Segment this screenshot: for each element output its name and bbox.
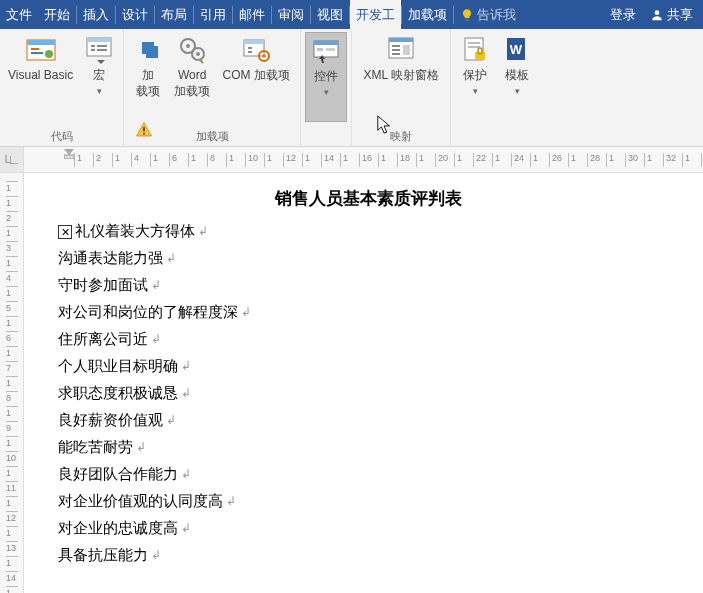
ruler-mark: 20 (435, 153, 448, 167)
svg-rect-34 (468, 46, 480, 48)
indent-marker-icon[interactable] (64, 149, 74, 159)
paragraph-mark-icon: ↲ (151, 548, 161, 563)
ruler-mark: 1 (302, 153, 310, 167)
ruler-mark: 1 (264, 153, 272, 167)
ruler-mark: 22 (473, 153, 486, 167)
paragraph-mark-icon: ↲ (151, 278, 161, 293)
ruler-mark: 4 (131, 153, 139, 167)
line-text: 求职态度积极诚恳 (58, 384, 178, 403)
tab-addins[interactable]: 加载项 (402, 0, 453, 29)
line-text: 个人职业目标明确 (58, 357, 178, 376)
document-line[interactable]: ✕礼仪着装大方得体↲ (58, 222, 679, 241)
login-button[interactable]: 登录 (606, 6, 640, 24)
ruler-mark: 1 (492, 153, 500, 167)
tab-home[interactable]: 开始 (38, 0, 76, 29)
protect-icon (459, 34, 491, 66)
ruler-mark: 14 (6, 571, 18, 583)
document-line[interactable]: 良好薪资价值观↲ (58, 411, 679, 430)
svg-point-5 (45, 50, 53, 58)
tab-design[interactable]: 设计 (116, 0, 154, 29)
svg-rect-40 (143, 133, 145, 135)
tab-review[interactable]: 审阅 (272, 0, 310, 29)
chevron-down-icon: ▾ (515, 86, 520, 98)
svg-rect-2 (27, 40, 55, 45)
share-button[interactable]: 共享 (646, 6, 697, 24)
line-text: 良好团队合作能力 (58, 465, 178, 484)
addin-icon (132, 34, 164, 66)
macro-button[interactable]: 宏 ▾ (79, 32, 119, 122)
com-addin-icon (240, 34, 272, 66)
line-text: 对企业价值观的认同度高 (58, 492, 223, 511)
com-addin-button[interactable]: COM 加载项 (216, 32, 296, 122)
ruler-mark: 2 (6, 211, 18, 223)
line-text: 沟通表达能力强 (58, 249, 163, 268)
ruler-mark: 1 (6, 526, 18, 538)
tell-me[interactable]: 告诉我 (454, 6, 522, 24)
document-line[interactable]: 住所离公司近↲ (58, 330, 679, 349)
word-addin-button[interactable]: Word 加载项 (170, 32, 214, 122)
tab-view[interactable]: 视图 (311, 0, 349, 29)
document-line[interactable]: 对企业价值观的认同度高↲ (58, 492, 679, 511)
svg-rect-9 (91, 49, 95, 51)
paragraph-mark-icon: ↲ (166, 413, 176, 428)
document-line[interactable]: 能吃苦耐劳↲ (58, 438, 679, 457)
svg-rect-25 (326, 48, 335, 51)
ruler-mark: 26 (549, 153, 562, 167)
xml-mapping-button[interactable]: XML 映射窗格 (356, 32, 446, 122)
group-label-addins: 加载项 (128, 129, 296, 147)
svg-rect-23 (314, 41, 338, 45)
tab-insert[interactable]: 插入 (77, 0, 115, 29)
document-line[interactable]: 良好团队合作能力↲ (58, 465, 679, 484)
line-text: 守时参加面试 (58, 276, 148, 295)
document-line[interactable]: 守时参加面试↲ (58, 276, 679, 295)
macro-icon (83, 34, 115, 66)
document-line[interactable]: 个人职业目标明确↲ (58, 357, 679, 376)
document-line[interactable]: 沟通表达能力强↲ (58, 249, 679, 268)
ruler-corner[interactable]: L (0, 147, 23, 173)
tab-mail[interactable]: 邮件 (233, 0, 271, 29)
ruler-mark: 4 (6, 271, 18, 283)
ruler-mark: 1 (6, 346, 18, 358)
visual-basic-button[interactable]: Visual Basic (4, 32, 77, 122)
protect-button[interactable]: 保护 ▾ (455, 32, 495, 122)
ruler-mark: 1 (6, 436, 18, 448)
tab-developer[interactable]: 开发工 (350, 0, 401, 29)
ruler-mark: 1 (6, 586, 18, 593)
svg-rect-41 (64, 155, 74, 159)
addin-button[interactable]: 加 载项 (128, 32, 168, 122)
controls-button[interactable]: 控件 ▾ (305, 32, 347, 122)
template-button[interactable]: W 模板 ▾ (497, 32, 537, 122)
ruler-mark: 10 (6, 451, 18, 463)
controls-icon (310, 35, 342, 67)
paragraph-mark-icon: ↲ (181, 467, 191, 482)
document-line[interactable]: 对公司和岗位的了解程度深↲ (58, 303, 679, 322)
ruler-mark: 1 (6, 376, 18, 388)
svg-rect-3 (31, 48, 39, 50)
line-text: 良好薪资价值观 (58, 411, 163, 430)
gear-icon (176, 34, 208, 66)
document-line[interactable]: 求职态度积极诚恳↲ (58, 384, 679, 403)
ruler-mark: 5 (6, 301, 18, 313)
ruler-mark: 12 (6, 511, 18, 523)
document-line[interactable]: 对企业的忠诚度高↲ (58, 519, 679, 538)
svg-rect-10 (97, 45, 107, 47)
svg-rect-7 (87, 38, 111, 42)
vertical-ruler[interactable]: 112131415161718191101111121131141 (0, 173, 24, 593)
ruler-mark: 1 (6, 226, 18, 238)
ruler-mark: 1 (188, 153, 196, 167)
ribbon-group-code: Visual Basic 宏 ▾ 代码 (0, 29, 124, 147)
document-area[interactable]: 销售人员基本素质评判表 ✕礼仪着装大方得体↲沟通表达能力强↲守时参加面试↲对公司… (24, 173, 703, 593)
ruler-mark: 1 (112, 153, 120, 167)
horizontal-ruler[interactable]: 1214161811011211411611812012212412612813… (24, 147, 703, 173)
ruler-mark: 1 (6, 556, 18, 568)
tab-references[interactable]: 引用 (194, 0, 232, 29)
tab-layout[interactable]: 布局 (155, 0, 193, 29)
ruler-mark: 7 (6, 361, 18, 373)
checkbox-checked[interactable]: ✕ (58, 225, 72, 239)
ruler-mark: 1 (340, 153, 348, 167)
document-line[interactable]: 具备抗压能力↲ (58, 546, 679, 565)
chevron-down-icon: ▾ (97, 86, 102, 98)
tab-file[interactable]: 文件 (0, 0, 38, 29)
warning-icon (135, 121, 153, 139)
ruler-mark: 1 (74, 153, 82, 167)
